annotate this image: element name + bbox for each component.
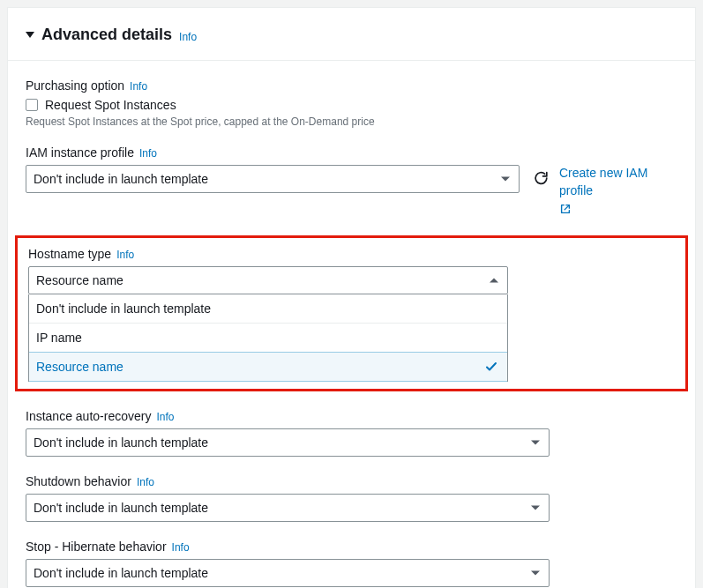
purchasing-option-label: Purchasing option <box>26 78 124 93</box>
check-icon <box>484 360 498 374</box>
hibernate-behavior-select[interactable]: Don't include in launch template <box>26 559 550 587</box>
shutdown-behavior-info-link[interactable]: Info <box>137 476 154 488</box>
auto-recovery-select-value: Don't include in launch template <box>34 435 208 450</box>
section-title: Advanced details <box>41 26 172 44</box>
section-body: Purchasing option Info Request Spot Inst… <box>8 61 695 588</box>
iam-profile-info-link[interactable]: Info <box>139 147 157 160</box>
chevron-up-icon <box>490 279 498 283</box>
purchasing-option-field: Purchasing option Info Request Spot Inst… <box>26 78 677 128</box>
refresh-icon[interactable] <box>534 170 549 186</box>
shutdown-behavior-select[interactable]: Don't include in launch template <box>26 494 550 522</box>
iam-side-actions: Create new IAM profile <box>534 165 677 218</box>
chevron-down-icon <box>501 177 510 182</box>
external-link-icon <box>559 203 572 215</box>
hostname-type-dropdown: Don't include in launch template IP name… <box>28 294 508 382</box>
hostname-highlight-box: Hostname type Info Resource name Don't i… <box>15 235 688 391</box>
hostname-option-ip-name[interactable]: IP name <box>29 323 507 352</box>
hostname-type-info-link[interactable]: Info <box>116 249 134 261</box>
shutdown-behavior-field: Shutdown behavior Info Don't include in … <box>26 474 677 522</box>
request-spot-checkbox[interactable] <box>26 99 38 111</box>
collapse-caret-icon[interactable] <box>26 32 34 38</box>
auto-recovery-select[interactable]: Don't include in launch template <box>26 428 550 457</box>
advanced-details-panel: Advanced details Info Purchasing option … <box>7 7 696 588</box>
hostname-type-label: Hostname type <box>28 247 111 261</box>
iam-profile-label: IAM instance profile <box>26 145 134 160</box>
create-iam-profile-link[interactable]: Create new IAM profile <box>559 165 677 199</box>
hostname-option-resource-name[interactable]: Resource name <box>29 352 507 382</box>
chevron-down-icon <box>531 441 540 445</box>
auto-recovery-label: Instance auto-recovery <box>26 409 151 423</box>
purchasing-helper-text: Request Spot Instances at the Spot price… <box>26 115 677 128</box>
hostname-option-dont-include[interactable]: Don't include in launch template <box>29 294 507 323</box>
shutdown-behavior-select-value: Don't include in launch template <box>34 501 208 515</box>
hibernate-behavior-select-value: Don't include in launch template <box>34 566 208 580</box>
shutdown-behavior-label: Shutdown behavior <box>26 474 131 488</box>
chevron-down-icon <box>531 571 540 576</box>
hostname-type-select[interactable]: Resource name <box>28 266 508 294</box>
iam-profile-select-value: Don't include in launch template <box>34 172 208 186</box>
auto-recovery-field: Instance auto-recovery Info Don't includ… <box>26 409 677 457</box>
hostname-type-select-value: Resource name <box>36 273 123 287</box>
request-spot-label[interactable]: Request Spot Instances <box>45 98 176 112</box>
auto-recovery-info-link[interactable]: Info <box>156 411 174 423</box>
hibernate-behavior-label: Stop - Hibernate behavior <box>26 540 167 554</box>
hostname-option-resource-name-label: Resource name <box>36 360 123 374</box>
section-header: Advanced details Info <box>8 8 695 60</box>
section-info-link[interactable]: Info <box>179 31 197 43</box>
hibernate-behavior-field: Stop - Hibernate behavior Info Don't inc… <box>26 540 677 587</box>
iam-profile-field: IAM instance profile Info Don't include … <box>26 145 677 218</box>
hibernate-behavior-info-link[interactable]: Info <box>172 541 190 554</box>
chevron-down-icon <box>531 506 540 510</box>
purchasing-option-info-link[interactable]: Info <box>130 80 147 93</box>
iam-profile-select[interactable]: Don't include in launch template <box>26 165 520 193</box>
